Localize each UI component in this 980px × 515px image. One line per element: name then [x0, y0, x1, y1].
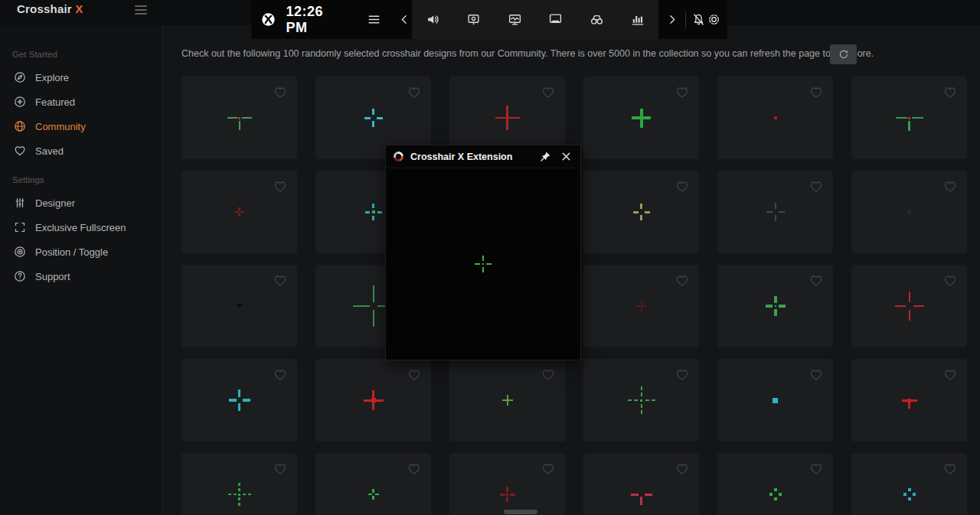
- resources-icon[interactable]: [630, 12, 645, 28]
- notifications-off-icon[interactable]: [691, 12, 707, 28]
- heart-favorite-icon[interactable]: [943, 274, 957, 288]
- game-bar-widgets-group: [412, 0, 658, 39]
- crosshair-card[interactable]: [449, 453, 565, 515]
- sidebar-item-saved[interactable]: Saved: [0, 139, 162, 163]
- heart-favorite-icon[interactable]: [541, 86, 555, 99]
- close-icon[interactable]: [559, 150, 573, 164]
- xbox-game-bar: 12:26 PM: [251, 0, 727, 39]
- heart-favorite-icon[interactable]: [943, 86, 957, 99]
- heart-favorite-icon[interactable]: [675, 368, 689, 382]
- horizontal-scrollbar-thumb[interactable]: [504, 510, 537, 514]
- refresh-button[interactable]: [830, 44, 857, 64]
- sidebar-item-community[interactable]: Community: [0, 114, 162, 139]
- heart-favorite-icon[interactable]: [675, 462, 689, 476]
- crosshair-card[interactable]: [583, 171, 699, 253]
- performance-icon[interactable]: [507, 12, 522, 28]
- crosshair-card[interactable]: [717, 171, 833, 253]
- question-icon: [14, 270, 26, 282]
- looking-for-group-icon[interactable]: [589, 12, 604, 28]
- crosshair-card[interactable]: [181, 359, 297, 442]
- heart-favorite-icon[interactable]: [541, 368, 555, 382]
- heart-favorite-icon[interactable]: [809, 180, 823, 194]
- target-icon: [14, 246, 26, 258]
- pin-icon[interactable]: [538, 150, 552, 164]
- crosshair-card[interactable]: [851, 453, 967, 515]
- crosshair-card[interactable]: [583, 77, 699, 159]
- crosshair-card[interactable]: [717, 359, 833, 442]
- heart-favorite-icon[interactable]: [273, 86, 287, 99]
- app-logo: Crosshair X: [17, 2, 83, 15]
- heart-favorite-icon[interactable]: [407, 462, 421, 476]
- heart-favorite-icon[interactable]: [809, 462, 823, 476]
- heart-favorite-icon[interactable]: [943, 368, 957, 382]
- crosshair-card[interactable]: [851, 359, 967, 442]
- fullscreen-icon: [14, 221, 26, 233]
- crosshair-card[interactable]: [851, 171, 967, 253]
- crosshair-card[interactable]: [315, 359, 431, 442]
- heart-favorite-icon[interactable]: [943, 180, 957, 194]
- heart-favorite-icon[interactable]: [273, 368, 287, 382]
- clock: 12:26 PM: [286, 4, 347, 36]
- chevron-right-icon[interactable]: [665, 12, 680, 28]
- crosshair-card[interactable]: [449, 359, 565, 442]
- heart-favorite-icon[interactable]: [809, 86, 823, 99]
- settings-gear-icon[interactable]: [706, 12, 721, 28]
- logo-text: Crosshair: [17, 2, 72, 15]
- sidebar: Get StartedExploreFeaturedCommunitySaved…: [0, 25, 163, 515]
- sidebar-item-label: Community: [35, 121, 86, 132]
- sidebar-item-exclusive-fullscreen[interactable]: Exclusive Fullscreen: [0, 215, 162, 240]
- extension-window: Crosshair X Extension: [385, 145, 581, 360]
- sidebar-item-designer[interactable]: Designer: [0, 191, 162, 215]
- crosshair-card[interactable]: [851, 77, 967, 159]
- crosshair-card[interactable]: [181, 453, 297, 515]
- compass-icon: [14, 71, 26, 83]
- xbox-logo-icon[interactable]: [261, 12, 276, 28]
- hamburger-menu-icon[interactable]: [135, 5, 147, 15]
- heart-favorite-icon[interactable]: [675, 180, 689, 194]
- chevron-left-icon[interactable]: [397, 12, 412, 28]
- logo-accent: X: [75, 2, 83, 15]
- sidebar-item-label: Exclusive Fullscreen: [35, 222, 126, 233]
- sliders-icon: [14, 197, 26, 209]
- sidebar-section-label: Get Started: [12, 50, 162, 59]
- heart-favorite-icon[interactable]: [675, 274, 689, 288]
- crosshair-card[interactable]: [851, 265, 967, 347]
- heart-favorite-icon[interactable]: [809, 368, 823, 382]
- capture-icon[interactable]: [466, 12, 482, 28]
- heart-favorite-icon[interactable]: [273, 180, 287, 194]
- heart-favorite-icon[interactable]: [407, 368, 421, 382]
- heart-favorite-icon[interactable]: [943, 462, 957, 476]
- heart-icon: [14, 145, 26, 157]
- extension-titlebar[interactable]: Crosshair X Extension: [386, 145, 580, 168]
- sidebar-item-featured[interactable]: Featured: [0, 90, 162, 114]
- crosshair-card[interactable]: [717, 453, 833, 515]
- extension-window-title: Crosshair X Extension: [410, 152, 531, 162]
- heart-favorite-icon[interactable]: [541, 462, 555, 476]
- crosshair-card[interactable]: [181, 265, 297, 347]
- sidebar-item-label: Explore: [35, 72, 69, 83]
- game-bar-system-group: [658, 0, 727, 39]
- crosshair-card[interactable]: [583, 359, 699, 442]
- crosshair-card[interactable]: [315, 453, 431, 515]
- crosshair-card[interactable]: [181, 77, 297, 159]
- sidebar-item-position-toggle[interactable]: Position / Toggle: [0, 240, 162, 264]
- heart-favorite-icon[interactable]: [809, 274, 823, 288]
- crosshair-x-logo-icon: [394, 152, 403, 161]
- widget-menu-icon[interactable]: [367, 12, 381, 28]
- sidebar-section-label: Settings: [12, 175, 162, 184]
- heart-favorite-icon[interactable]: [273, 462, 287, 476]
- featured-icon: [14, 96, 26, 108]
- sidebar-item-label: Designer: [35, 197, 75, 209]
- crosshair-card[interactable]: [583, 453, 699, 515]
- crosshair-card[interactable]: [717, 77, 833, 159]
- sidebar-item-explore[interactable]: Explore: [0, 65, 162, 90]
- heart-favorite-icon[interactable]: [407, 86, 421, 99]
- crosshair-card[interactable]: [717, 265, 833, 347]
- heart-favorite-icon[interactable]: [273, 274, 287, 288]
- gallery-icon[interactable]: [548, 12, 564, 28]
- audio-icon[interactable]: [425, 12, 440, 28]
- crosshair-card[interactable]: [583, 265, 699, 347]
- heart-favorite-icon[interactable]: [675, 86, 689, 99]
- crosshair-card[interactable]: [181, 171, 297, 253]
- sidebar-item-support[interactable]: Support: [0, 264, 162, 288]
